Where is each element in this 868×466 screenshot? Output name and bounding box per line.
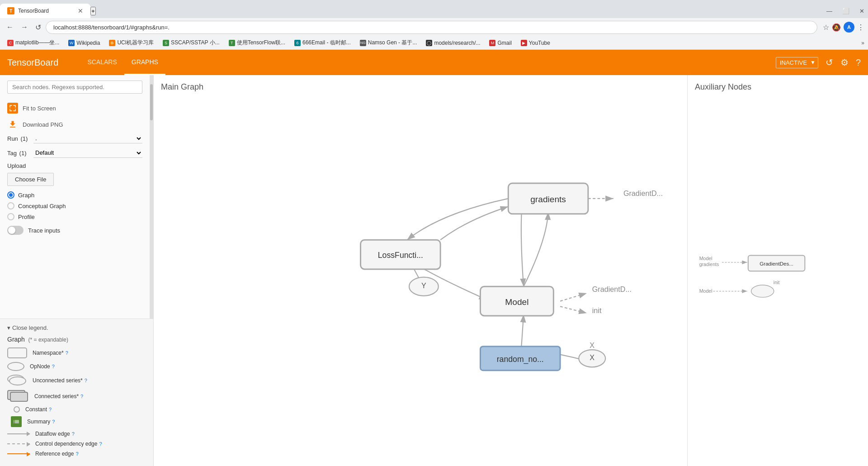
forward-button[interactable]: → [18, 21, 31, 33]
legend-summary: Summary ? [7, 416, 146, 427]
choose-file-button[interactable]: Choose File [7, 173, 54, 186]
maximize-button[interactable]: ⬜ [839, 6, 853, 16]
legend-toggle-button[interactable]: ▾ Close legend. [7, 324, 146, 331]
connected-shape [7, 390, 29, 403]
tab-close-button[interactable]: ✕ [78, 7, 83, 14]
bookmark-gmail[interactable]: M Gmail [486, 39, 515, 47]
download-png-label: Download PNG [23, 121, 63, 128]
refresh-button[interactable]: ↺ [33, 21, 44, 33]
refresh-icon[interactable]: ↺ [826, 57, 833, 68]
mute-icon[interactable]: 🔕 [832, 23, 841, 32]
profile-avatar[interactable]: A [844, 22, 854, 33]
aux-graph-svg[interactable]: Model gradients GradientDes... init Mode… [695, 101, 861, 459]
trace-inputs-row: Trace inputs [7, 226, 142, 235]
run-select[interactable]: . [33, 133, 142, 143]
bookmark-namsogen[interactable]: NG Namso Gen - 基于... [356, 38, 421, 48]
bookmark-youtube[interactable]: ▶ YouTube [517, 39, 554, 47]
address-bar[interactable] [46, 21, 817, 34]
fit-to-screen-icon [7, 103, 18, 114]
legend-section: ▾ Close legend. Graph (* = expandable) N… [0, 319, 153, 466]
active-tab[interactable]: T TensorBoard ✕ [0, 4, 90, 18]
namespace-help-icon[interactable]: ? [66, 350, 68, 356]
bookmark-matplotlib[interactable]: C matplotlib——坐... [4, 38, 63, 48]
node-random-label: random_no... [497, 355, 544, 364]
control-edge-help-icon[interactable]: ? [99, 441, 102, 447]
tab-title: TensorBoard [18, 8, 74, 14]
legend-opnode: OpNode ? [7, 362, 146, 371]
node-gradients-label: gradients [530, 195, 566, 204]
back-button[interactable]: ← [4, 21, 16, 33]
reference-edge-label: Reference edge ? [35, 451, 79, 457]
trace-inputs-toggle[interactable] [7, 226, 24, 235]
trace-inputs-label: Trace inputs [28, 227, 60, 234]
aux-node-init[interactable] [751, 285, 774, 297]
close-window-button[interactable]: ✕ [856, 6, 868, 16]
namespace-label: Namespace* ? [33, 350, 68, 356]
constant-help-icon[interactable]: ? [49, 407, 52, 412]
bookmarks-more[interactable]: » [861, 40, 864, 46]
aux-title: Auxiliary Nodes [695, 82, 861, 92]
sidebar-scrollbar[interactable] [150, 75, 153, 319]
minimize-button[interactable]: — [823, 6, 836, 16]
run-selector[interactable]: INACTIVE [776, 57, 818, 68]
bookmark-favicon-gmail: M [489, 40, 495, 46]
scalars-nav-item[interactable]: SCALARS [80, 50, 124, 75]
bookmark-tensorflow[interactable]: T 使用TensorFlow联... [225, 38, 289, 48]
main-graph-canvas[interactable]: gradients LossFuncti... Model random_no.… [161, 101, 680, 459]
aux-node-gradientdes-label: GradientDes... [760, 261, 793, 266]
tab-bar: T TensorBoard ✕ + — ⬜ ✕ [0, 0, 868, 18]
legend-subtitle: (* = expandable) [28, 337, 68, 343]
bookmark-label-gmail: Gmail [497, 40, 511, 46]
graph-area: Main Graph [154, 75, 868, 466]
dataflow-edge-shape [7, 433, 30, 434]
dataflow-edge-help-icon[interactable]: ? [72, 431, 75, 437]
upload-label: Upload [7, 162, 142, 169]
bookmark-models[interactable]: ◯ models/research/... [422, 39, 484, 47]
bookmarks-bar: C matplotlib——坐... W Wikipedia ⊕ UCI机器学习… [0, 36, 868, 50]
bookmark-sscap[interactable]: S SSCAP/SSTAP 小... [159, 38, 223, 48]
radio-graph[interactable]: Graph [7, 191, 142, 199]
upload-section: Upload Choose File [7, 162, 142, 186]
opnode-help-icon[interactable]: ? [52, 364, 55, 369]
dataflow-edge-label: Dataflow edge ? [35, 431, 75, 437]
bookmark-star-icon[interactable]: ☆ [823, 23, 829, 32]
settings-icon[interactable]: ⚙ [840, 57, 849, 68]
legend-namespace: Namespace* ? [7, 347, 146, 358]
constant-shape [7, 406, 20, 413]
reference-edge-help-icon[interactable]: ? [75, 451, 78, 456]
radio-group: Graph Conceptual Graph Profile [7, 191, 142, 220]
unconnected-help-icon[interactable]: ? [85, 378, 87, 383]
edge-model-out2 [560, 306, 587, 313]
gradient-d-label1: GradientD... [623, 189, 663, 197]
radio-profile[interactable]: Profile [7, 213, 142, 220]
search-input[interactable] [7, 81, 142, 94]
radio-profile-label: Profile [18, 214, 35, 220]
download-png-button[interactable]: Download PNG [7, 117, 142, 132]
tag-select[interactable]: Default [33, 148, 142, 158]
new-tab-button[interactable]: + [90, 7, 96, 15]
main-graph-svg[interactable]: gradients LossFuncti... Model random_no.… [161, 101, 680, 459]
radio-conceptual-graph[interactable]: Conceptual Graph [7, 202, 142, 209]
connected-help-icon[interactable]: ? [80, 394, 83, 399]
aux-graph-canvas[interactable]: Model gradients GradientDes... init Mode… [695, 101, 861, 459]
node-x-label: X [590, 353, 594, 361]
bookmark-666email[interactable]: 6 666Email - 临时邮... [291, 38, 354, 48]
init-label: init [592, 306, 602, 314]
bookmark-wikipedia[interactable]: W Wikipedia [65, 39, 104, 47]
fit-to-screen-button[interactable]: Fit to Screen [7, 101, 142, 115]
bookmark-favicon-matplotlib: C [7, 40, 14, 46]
graphs-nav-item[interactable]: GRAPHS [124, 50, 165, 75]
bookmark-label-sscap: SSCAP/SSTAP 小... [171, 39, 220, 47]
help-icon[interactable]: ? [856, 57, 861, 68]
aux-model-label: Model [699, 288, 712, 294]
aux-model-gradients-label2: gradients [699, 262, 719, 267]
edge-gradients-model [521, 212, 524, 286]
radio-conceptual-graph-label: Conceptual Graph [18, 203, 66, 209]
menu-icon[interactable]: ⋮ [857, 23, 864, 32]
app-toolbar: TensorBoard SCALARS GRAPHS INACTIVE ▼ ↺ … [0, 50, 868, 75]
summary-help-icon[interactable]: ? [52, 419, 55, 424]
browser-window: T TensorBoard ✕ + — ⬜ ✕ ← → ↺ ☆ 🔕 A ⋮ C … [0, 0, 868, 50]
bookmark-uci[interactable]: ⊕ UCI机器学习库 [105, 38, 157, 48]
x-axis-label: X [590, 341, 594, 349]
run-selector-wrapper: INACTIVE ▼ [776, 57, 818, 68]
